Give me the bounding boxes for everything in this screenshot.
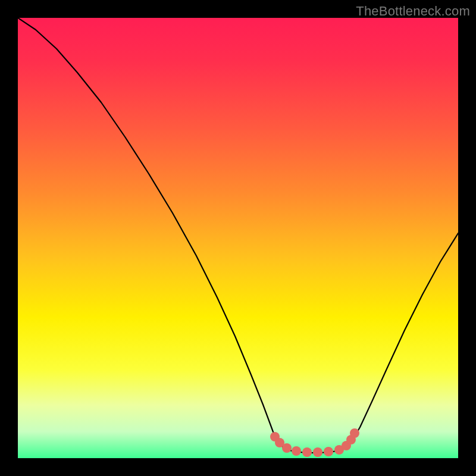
watermark-text: TheBottleneck.com [356,4,470,19]
highlight-dot [350,428,359,438]
chart-gradient-background [18,18,458,458]
chart-svg [18,18,458,458]
highlight-dot [324,447,333,456]
highlight-dot [292,446,301,456]
highlight-dot [282,443,292,453]
chart-plot-area [18,18,458,458]
highlight-dot [302,447,312,457]
chart-frame: TheBottleneck.com [0,0,476,476]
highlight-dot [313,447,322,457]
